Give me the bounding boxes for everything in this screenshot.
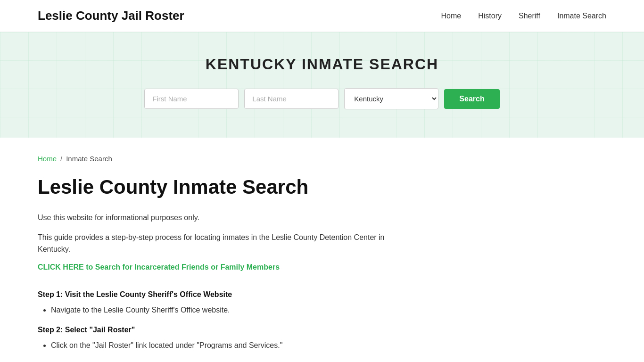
breadcrumb: Home / Inmate Search xyxy=(38,155,387,163)
step1-heading: Step 1: Visit the Leslie County Sheriff'… xyxy=(38,290,387,299)
step1-bullet-1: Navigate to the Leslie County Sheriff's … xyxy=(51,304,387,316)
nav-inmate-search[interactable]: Inmate Search xyxy=(557,12,606,20)
search-button[interactable]: Search xyxy=(444,89,499,109)
hero-search-section: KENTUCKY INMATE SEARCH Kentucky Alabama … xyxy=(0,32,644,138)
inmate-search-form: Kentucky Alabama Alaska Arizona Arkansas… xyxy=(38,88,606,109)
intro-paragraph-2: This guide provides a step-by-step proce… xyxy=(38,231,387,255)
intro-paragraph-1: Use this website for informational purpo… xyxy=(38,212,387,224)
last-name-input[interactable] xyxy=(244,89,339,109)
first-name-input[interactable] xyxy=(144,89,239,109)
step2-bullet-1: Click on the "Jail Roster" link located … xyxy=(51,339,387,352)
nav-home[interactable]: Home xyxy=(441,12,462,20)
breadcrumb-home-link[interactable]: Home xyxy=(38,155,57,163)
step2-heading: Step 2: Select "Jail Roster" xyxy=(38,326,387,334)
site-header: Leslie County Jail Roster Home History S… xyxy=(0,0,644,32)
step2-list: Click on the "Jail Roster" link located … xyxy=(51,339,387,352)
hero-title: KENTUCKY INMATE SEARCH xyxy=(38,56,606,73)
nav-sheriff[interactable]: Sheriff xyxy=(519,12,540,20)
state-select[interactable]: Kentucky Alabama Alaska Arizona Arkansas… xyxy=(344,88,438,109)
breadcrumb-separator: / xyxy=(60,155,62,163)
breadcrumb-current: Inmate Search xyxy=(66,155,112,163)
page-title: Leslie County Inmate Search xyxy=(38,176,387,198)
step1-list: Navigate to the Leslie County Sheriff's … xyxy=(51,304,387,316)
site-logo[interactable]: Leslie County Jail Roster xyxy=(38,8,184,23)
main-nav: Home History Sheriff Inmate Search xyxy=(441,12,606,20)
nav-history[interactable]: History xyxy=(478,12,502,20)
incarcerated-search-link[interactable]: CLICK HERE to Search for Incarcerated Fr… xyxy=(38,263,280,272)
content-area: Home / Inmate Search Leslie County Inmat… xyxy=(0,138,424,362)
